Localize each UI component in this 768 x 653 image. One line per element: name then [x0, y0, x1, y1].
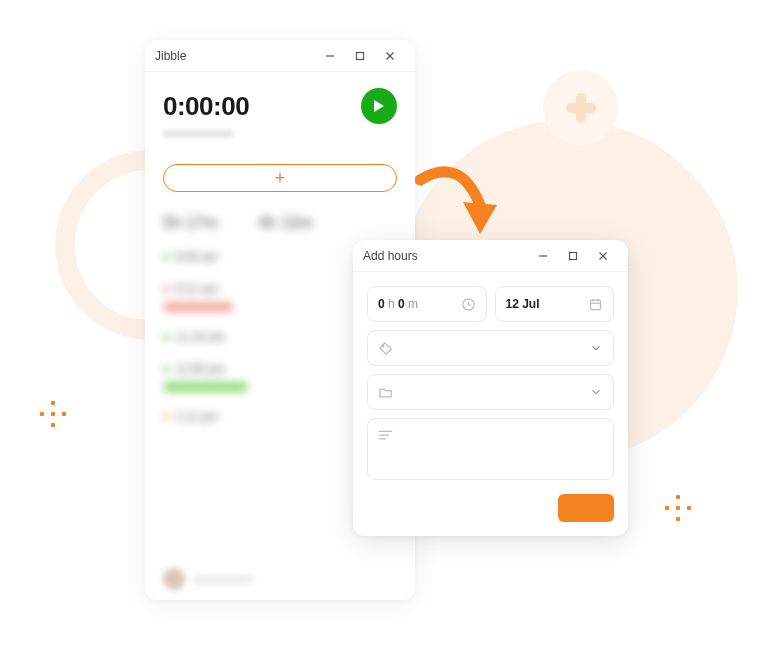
close-button[interactable]: [375, 51, 405, 61]
clock-icon: [461, 297, 476, 312]
svg-marker-5: [463, 202, 497, 234]
add-hours-window: Add hours 0 h 0 m 12: [353, 240, 628, 536]
timer-display: 0:00:00: [163, 91, 249, 122]
decor-plus-circle: [543, 70, 618, 145]
minimize-button[interactable]: [315, 51, 345, 61]
tag-icon: [378, 341, 393, 356]
save-button[interactable]: [558, 494, 614, 522]
project-select[interactable]: [367, 374, 614, 410]
modal-title: Add hours: [363, 249, 528, 263]
maximize-button[interactable]: [558, 251, 588, 261]
close-button[interactable]: [588, 251, 618, 261]
calendar-icon: [588, 297, 603, 312]
svg-marker-4: [374, 100, 384, 112]
svg-rect-1: [357, 52, 364, 59]
notes-field[interactable]: [367, 418, 614, 480]
arrow-icon: [415, 150, 505, 250]
titlebar: Jibble: [145, 40, 415, 72]
add-hours-button[interactable]: +: [163, 164, 397, 192]
chevron-down-icon: [589, 341, 603, 355]
svg-point-15: [382, 345, 384, 347]
svg-rect-11: [591, 300, 601, 309]
placeholder-line: [163, 130, 233, 138]
activity-select[interactable]: [367, 330, 614, 366]
duration-field[interactable]: 0 h 0 m: [367, 286, 487, 322]
date-field[interactable]: 12 Jul: [495, 286, 615, 322]
user-row: [163, 568, 397, 590]
maximize-button[interactable]: [345, 51, 375, 61]
chevron-down-icon: [589, 385, 603, 399]
minimize-button[interactable]: [528, 251, 558, 261]
modal-titlebar: Add hours: [353, 240, 628, 272]
avatar: [163, 568, 185, 590]
notes-icon: [378, 429, 603, 441]
svg-rect-7: [570, 252, 577, 259]
play-button[interactable]: [361, 88, 397, 124]
window-title: Jibble: [155, 49, 315, 63]
plus-icon: +: [275, 169, 286, 187]
folder-icon: [378, 385, 393, 400]
